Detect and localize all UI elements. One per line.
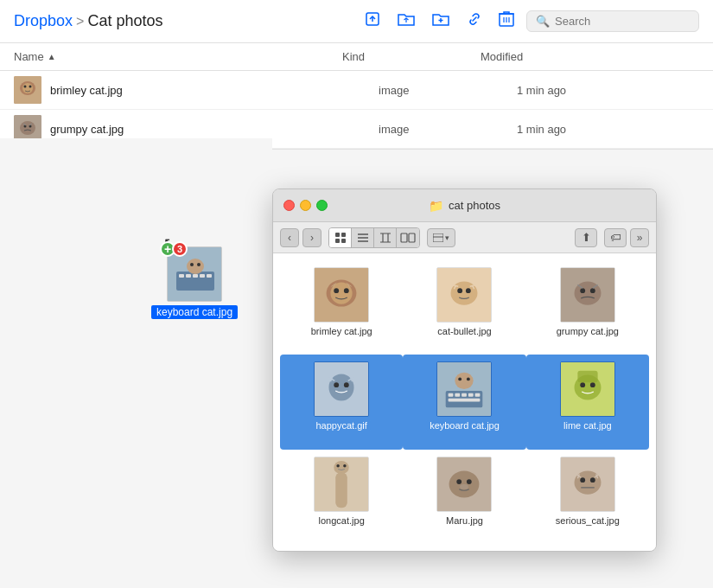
svg-rect-22	[186, 274, 191, 278]
toolbar-icons: 🔍	[360, 7, 699, 35]
finder-thumbnail-longcat	[314, 457, 369, 512]
finder-item-keyboard[interactable]: keyboard cat.jpg	[403, 355, 525, 449]
delete-icon[interactable]	[495, 7, 518, 35]
col-name-header[interactable]: Name ▲	[14, 50, 342, 63]
finder-item-maru[interactable]: Maru.jpg	[403, 450, 525, 544]
finder-item-lime[interactable]: lime cat.jpg	[526, 355, 649, 449]
finder-item-name-lime: lime cat.jpg	[560, 420, 615, 431]
svg-rect-63	[449, 393, 454, 397]
file-list-header: Name ▲ Kind Modified	[0, 43, 713, 71]
arrange-button[interactable]: ▾	[427, 228, 455, 247]
svg-point-56	[590, 288, 595, 293]
finder-title-area: 📁 cat photos	[429, 199, 500, 213]
svg-point-70	[459, 378, 462, 381]
finder-item-name-happycat: happycat.gif	[313, 420, 371, 431]
svg-point-80	[337, 464, 340, 467]
svg-point-55	[580, 288, 585, 293]
finder-window: 📁 cat photos ‹ ›	[272, 189, 657, 552]
file-thumbnail-brimley	[14, 76, 41, 104]
svg-point-16	[20, 121, 35, 135]
svg-rect-76	[577, 371, 597, 383]
svg-rect-68	[449, 399, 481, 402]
finder-item-name-grumpy: grumpy cat.jpg	[557, 326, 619, 336]
svg-rect-64	[455, 393, 461, 397]
svg-point-84	[457, 479, 462, 484]
file-row-brimley[interactable]: brimley cat.jpg image 1 min ago	[0, 71, 713, 110]
svg-point-78	[334, 461, 348, 475]
drag-item: ↖ + 3 keyboard cat.jpg	[151, 246, 238, 319]
svg-point-69	[455, 373, 474, 389]
finder-item-name-cat-bullet: cat-bullet.jpg	[437, 326, 491, 336]
finder-titlebar: 📁 cat photos	[273, 189, 656, 222]
minimize-button[interactable]	[300, 200, 311, 211]
finder-item-serious[interactable]: serious_cat.jpg	[526, 450, 649, 544]
maximize-button[interactable]	[316, 200, 328, 211]
breadcrumb-sep: >	[76, 14, 84, 29]
file-modified-brimley: 1 min ago	[517, 84, 690, 97]
svg-point-26	[187, 259, 204, 274]
svg-rect-41	[409, 233, 415, 242]
finder-thumbnail-lime	[560, 361, 615, 417]
svg-rect-67	[475, 393, 481, 397]
column-view-button[interactable]	[374, 228, 397, 247]
name-label: Name	[14, 50, 44, 63]
link-icon[interactable]	[462, 7, 487, 35]
svg-point-52	[466, 288, 471, 293]
svg-rect-79	[335, 472, 347, 508]
gallery-view-button[interactable]	[397, 228, 419, 247]
finder-thumbnail-serious	[560, 457, 615, 512]
icon-view-button[interactable]	[329, 228, 352, 247]
close-button[interactable]	[283, 200, 295, 211]
file-kind-grumpy: image	[379, 123, 517, 136]
col-kind-header: Kind	[342, 50, 481, 63]
back-button[interactable]: ‹	[280, 228, 299, 247]
svg-point-48	[344, 288, 349, 293]
drag-filename: keyboard cat.jpg	[151, 305, 238, 319]
folder-upload-icon[interactable]	[393, 7, 419, 35]
tag-button[interactable]: 🏷	[604, 228, 627, 247]
finder-item-happycat[interactable]: happycat.gif	[280, 355, 403, 449]
svg-point-60	[344, 383, 349, 388]
svg-point-85	[467, 479, 472, 484]
new-folder-icon[interactable]	[428, 7, 454, 35]
finder-item-longcat[interactable]: longcat.jpg	[280, 450, 403, 544]
share-button[interactable]: ⬆	[575, 228, 597, 247]
forward-button[interactable]: ›	[302, 228, 321, 247]
svg-point-59	[334, 383, 339, 388]
search-box[interactable]: 🔍	[526, 10, 699, 32]
finder-item-name-brimley: brimley cat.jpg	[311, 326, 372, 336]
finder-item-brimley[interactable]: brimley cat.jpg	[280, 260, 403, 355]
svg-point-13	[24, 86, 27, 88]
svg-point-47	[334, 288, 339, 293]
finder-item-name-serious: serious_cat.jpg	[556, 515, 620, 526]
finder-thumbnail-keyboard	[436, 361, 492, 417]
finder-thumbnail-brimley	[314, 267, 369, 323]
more-button[interactable]: »	[630, 228, 649, 247]
finder-thumbnail-cat-bullet	[436, 267, 492, 323]
svg-rect-40	[401, 233, 407, 242]
finder-content: brimley cat.jpg cat-bullet.jpg	[273, 253, 656, 551]
svg-point-88	[574, 470, 601, 494]
search-icon: 🔍	[536, 15, 550, 28]
svg-rect-21	[179, 274, 184, 278]
svg-point-81	[343, 464, 346, 467]
svg-rect-42	[433, 233, 443, 242]
svg-rect-29	[335, 233, 340, 237]
svg-rect-23	[193, 274, 198, 278]
finder-item-name-keyboard: keyboard cat.jpg	[426, 420, 503, 431]
list-view-button[interactable]	[352, 228, 374, 247]
breadcrumb: Dropbox > Cat photos	[14, 12, 162, 30]
svg-rect-24	[200, 274, 205, 278]
file-kind-brimley: image	[379, 84, 517, 97]
svg-rect-66	[468, 393, 474, 397]
breadcrumb-dropbox[interactable]: Dropbox	[14, 12, 73, 30]
finder-item-name-longcat: longcat.jpg	[319, 515, 365, 526]
finder-thumbnail-happycat	[314, 361, 369, 417]
finder-item-cat-bullet[interactable]: cat-bullet.jpg	[403, 260, 525, 355]
search-input[interactable]	[555, 15, 690, 28]
upload-icon[interactable]	[360, 7, 385, 35]
finder-item-grumpy[interactable]: grumpy cat.jpg	[526, 260, 649, 355]
svg-rect-25	[207, 274, 212, 278]
finder-thumbnail-grumpy	[560, 267, 615, 323]
svg-point-18	[29, 125, 32, 128]
